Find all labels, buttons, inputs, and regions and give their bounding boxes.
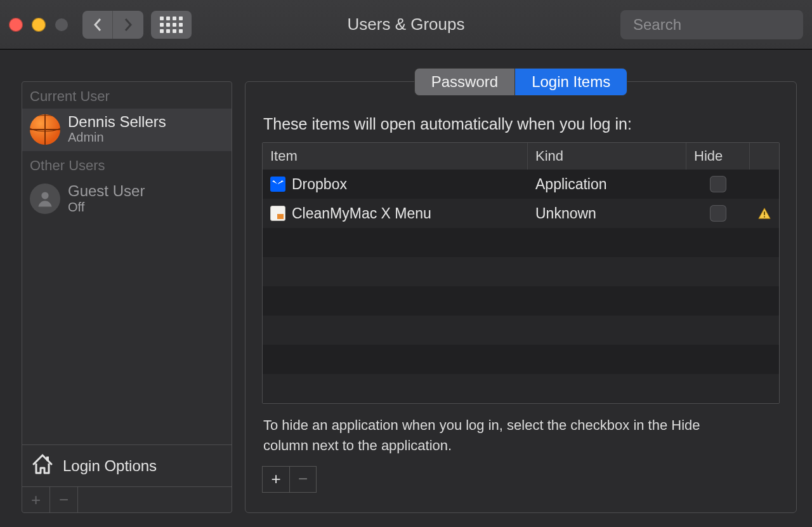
remove-user-button[interactable]: − [50, 487, 78, 512]
login-items-table: Item Kind Hide DropboxApplicationCleanMy… [262, 142, 780, 404]
col-kind[interactable]: Kind [528, 143, 686, 170]
user-status: Off [68, 200, 145, 215]
sidebar: Current User Dennis Sellers Admin Other … [22, 81, 232, 513]
search-input[interactable] [633, 16, 812, 34]
titlebar: Users & Groups [0, 0, 812, 50]
dropbox-icon [270, 177, 285, 192]
hide-cell [686, 205, 750, 222]
table-row-empty [263, 374, 779, 403]
show-all-prefs-button[interactable] [151, 11, 192, 39]
close-window-button[interactable] [9, 18, 23, 32]
tab-bar: Password Login Items [262, 68, 780, 96]
item-name: Dropbox [292, 176, 347, 193]
login-options-label: Login Options [63, 457, 157, 475]
svg-rect-4 [764, 211, 765, 215]
hide-checkbox[interactable] [710, 205, 726, 222]
avatar [30, 114, 60, 145]
col-item[interactable]: Item [263, 143, 528, 170]
doc-icon [270, 206, 285, 221]
svg-rect-3 [46, 457, 49, 461]
svg-rect-5 [764, 217, 765, 218]
add-user-button[interactable]: + [22, 487, 50, 512]
kind-cell: Application [528, 176, 686, 193]
house-icon [30, 451, 55, 480]
table-row[interactable]: CleanMyMac X MenuUnknown [263, 199, 779, 228]
sidebar-user-current[interactable]: Dennis Sellers Admin [22, 109, 232, 151]
item-cell: Dropbox [263, 176, 528, 193]
table-row-empty [263, 228, 779, 257]
tab-login-items[interactable]: Login Items [515, 68, 627, 96]
table-row-empty [263, 257, 779, 286]
user-role: Admin [68, 130, 166, 145]
item-cell: CleanMyMac X Menu [263, 205, 528, 222]
table-row-empty [263, 316, 779, 345]
grid-icon [160, 17, 183, 33]
table-row-empty [263, 345, 779, 374]
nav-back-forward [82, 11, 143, 39]
forward-button[interactable] [113, 11, 143, 39]
table-row[interactable]: DropboxApplication [263, 170, 779, 199]
login-items-intro: These items will open automatically when… [263, 115, 778, 133]
search-field[interactable] [620, 10, 803, 39]
hide-checkbox[interactable] [710, 176, 726, 192]
user-name: Guest User [68, 183, 145, 199]
sidebar-user-guest[interactable]: Guest User Off [22, 178, 232, 220]
table-row-empty [263, 286, 779, 316]
user-name: Dennis Sellers [68, 114, 166, 130]
hide-hint: To hide an application when you log in, … [263, 415, 745, 456]
login-options-row[interactable]: Login Options [22, 444, 232, 486]
hide-cell [686, 176, 750, 192]
main-panel: Password Login Items These items will op… [245, 81, 797, 513]
sidebar-add-remove: + − [22, 486, 232, 512]
col-hide[interactable]: Hide [686, 143, 750, 170]
minimize-window-button[interactable] [32, 18, 46, 32]
remove-login-item-button[interactable]: − [289, 467, 316, 492]
window-controls [9, 18, 69, 32]
tab-password[interactable]: Password [414, 68, 515, 96]
avatar [30, 183, 60, 214]
other-users-header: Other Users [22, 151, 232, 178]
warning-cell [750, 204, 779, 222]
current-user-header: Current User [22, 82, 232, 109]
login-items-add-remove: + − [262, 466, 317, 493]
zoom-window-button[interactable] [55, 18, 69, 32]
svg-point-2 [41, 192, 48, 199]
table-header: Item Kind Hide [263, 143, 779, 170]
back-button[interactable] [82, 11, 113, 39]
add-login-item-button[interactable]: + [263, 467, 289, 492]
item-name: CleanMyMac X Menu [292, 205, 431, 222]
kind-cell: Unknown [528, 205, 686, 222]
